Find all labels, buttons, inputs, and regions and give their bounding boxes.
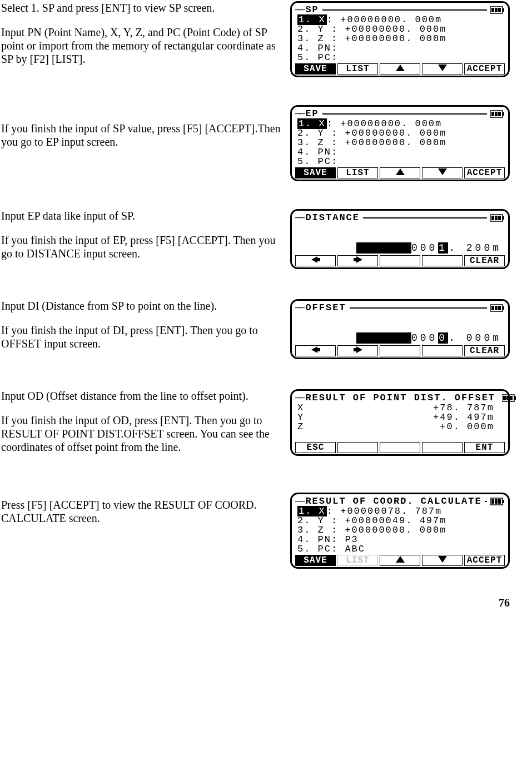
- fkey[interactable]: ESC: [295, 442, 336, 453]
- instruction-step: Input OD (Offset distance from the line …: [1, 389, 510, 465]
- arrow-down-icon: [437, 555, 448, 566]
- field-row: 1. X: +00000000. 000m: [297, 15, 505, 24]
- svg-rect-3: [495, 8, 498, 12]
- fkey[interactable]: LIST: [337, 63, 378, 74]
- fkey[interactable]: [295, 255, 336, 266]
- svg-marker-27: [354, 346, 362, 353]
- instruction-paragraph: Input PN (Point Name), X, Y, Z, and PC (…: [1, 26, 285, 66]
- svg-rect-34: [503, 500, 504, 503]
- fkey[interactable]: [422, 255, 463, 266]
- battery-icon: [502, 394, 516, 402]
- fkey[interactable]: LIST: [337, 555, 378, 566]
- lcd-body: 1. X: +00000078. 787m2. Y : +00000049. 4…: [295, 506, 505, 554]
- function-key-row: SAVELISTACCEPT: [295, 63, 505, 74]
- lcd-screen: ——DISTANCE 0001. 200m CLEAR: [290, 209, 510, 269]
- field-row: 2. Y : +00000000. 000m: [297, 24, 505, 34]
- lcd-screen: ——RESULT OF POINT DIST. OFFSETX +78. 787…: [290, 389, 510, 456]
- field-row: 5. PC:: [297, 157, 505, 166]
- lcd-body: 1. X: +00000000. 000m2. Y : +00000000. 0…: [295, 119, 505, 166]
- fkey[interactable]: [337, 345, 378, 356]
- svg-rect-30: [503, 396, 506, 400]
- instruction-paragraph: If you finish the input of DI, press [EN…: [1, 324, 285, 350]
- fkey[interactable]: [422, 555, 463, 566]
- fkey[interactable]: [380, 555, 420, 566]
- instruction-step: Press [F5] [ACCEPT] to view the RESULT O…: [1, 493, 510, 569]
- fkey[interactable]: ACCEPT: [464, 167, 505, 178]
- svg-rect-1: [503, 8, 504, 12]
- svg-rect-23: [491, 306, 494, 310]
- battery-icon: [490, 304, 505, 312]
- lcd-title: OFFSET: [303, 303, 348, 313]
- screen-illustration: ——DISTANCE 0001. 200m CLEAR: [290, 209, 510, 269]
- svg-rect-37: [498, 499, 501, 504]
- page-number: 76: [1, 597, 510, 609]
- step-text: Select 1. SP and press [ENT] to view SP …: [1, 1, 290, 77]
- fkey[interactable]: CLEAR: [464, 255, 505, 266]
- svg-rect-35: [491, 499, 494, 504]
- fkey[interactable]: ENT: [464, 442, 505, 453]
- instruction-step: Input EP data like input of SP.If you fi…: [1, 209, 510, 271]
- screen-illustration: ——RESULT OF POINT DIST. OFFSETX +78. 787…: [290, 389, 510, 456]
- fkey[interactable]: ACCEPT: [464, 555, 505, 566]
- battery-icon: [490, 498, 505, 505]
- input-field[interactable]: 0000. 000m: [295, 333, 505, 344]
- lcd-body: X +78. 787mY +49. 497mZ +0. 000m: [295, 403, 505, 441]
- field-row: 1. X: +00000000. 000m: [297, 119, 505, 128]
- screen-illustration: ——EP1. X: +00000000. 000m2. Y : +0000000…: [290, 105, 510, 181]
- lcd-screen: ——OFFSET 0000. 000m CLEAR: [290, 299, 510, 359]
- field-row: 4. PN:: [297, 147, 505, 157]
- step-text: Press [F5] [ACCEPT] to view the RESULT O…: [1, 493, 290, 536]
- fkey[interactable]: [380, 167, 420, 178]
- lcd-screen: ——SP1. X: +00000000. 000m2. Y : +0000000…: [290, 1, 510, 77]
- svg-marker-26: [311, 346, 320, 353]
- fkey[interactable]: [380, 255, 420, 266]
- fkey[interactable]: [380, 345, 420, 356]
- fkey[interactable]: [337, 255, 378, 266]
- arrow-left-icon: [311, 346, 321, 356]
- svg-rect-8: [503, 112, 504, 116]
- svg-rect-10: [495, 112, 498, 116]
- step-text: If you finish the input of SP value, pre…: [1, 105, 290, 160]
- instruction-step: Input DI (Distance from SP to point on t…: [1, 299, 510, 361]
- svg-rect-4: [498, 8, 501, 12]
- svg-rect-36: [495, 499, 498, 504]
- arrow-up-icon: [395, 168, 405, 178]
- field-row: 5. PC: ABC: [297, 544, 505, 554]
- lcd-title-row: ——RESULT OF POINT DIST. OFFSET: [295, 393, 505, 403]
- step-text: Input EP data like input of SP.If you fi…: [1, 209, 290, 271]
- fkey[interactable]: [295, 345, 336, 356]
- battery-icon: [490, 214, 505, 222]
- fkey[interactable]: [422, 167, 463, 178]
- fkey[interactable]: ACCEPT: [464, 63, 505, 74]
- fkey[interactable]: [422, 345, 463, 356]
- fkey[interactable]: LIST: [337, 167, 378, 178]
- svg-rect-29: [514, 396, 516, 400]
- instruction-step: Select 1. SP and press [ENT] to view SP …: [1, 1, 510, 77]
- svg-marker-13: [438, 168, 447, 175]
- fkey[interactable]: SAVE: [295, 167, 336, 178]
- svg-rect-11: [498, 112, 501, 116]
- fkey[interactable]: [422, 442, 463, 453]
- svg-rect-9: [491, 112, 494, 116]
- input-field[interactable]: 0001. 200m: [295, 243, 505, 254]
- fkey[interactable]: CLEAR: [464, 345, 505, 356]
- lcd-title-row: ——DISTANCE: [295, 213, 505, 223]
- fkey[interactable]: [422, 63, 463, 74]
- fkey[interactable]: [380, 63, 420, 74]
- lcd-screen: ——RESULT OF COORD. CALCULATE1. X: +00000…: [290, 493, 510, 569]
- screen-illustration: ——OFFSET 0000. 000m CLEAR: [290, 299, 510, 359]
- fkey[interactable]: SAVE: [295, 555, 336, 566]
- page: Select 1. SP and press [ENT] to view SP …: [0, 0, 532, 620]
- fkey[interactable]: [337, 442, 378, 453]
- field-row: 2. Y : +00000000. 000m: [297, 128, 505, 138]
- svg-marker-20: [354, 256, 362, 263]
- fkey[interactable]: SAVE: [295, 63, 336, 74]
- lcd-title: SP: [303, 5, 321, 15]
- lcd-title: DISTANCE: [303, 213, 362, 223]
- result-row: Z +0. 000m: [297, 422, 505, 431]
- fkey[interactable]: [380, 442, 420, 453]
- step-text: Input OD (Offset distance from the line …: [1, 389, 290, 465]
- lcd-title-row: ——EP: [295, 109, 505, 119]
- arrow-down-icon: [437, 64, 448, 74]
- svg-rect-24: [495, 306, 498, 310]
